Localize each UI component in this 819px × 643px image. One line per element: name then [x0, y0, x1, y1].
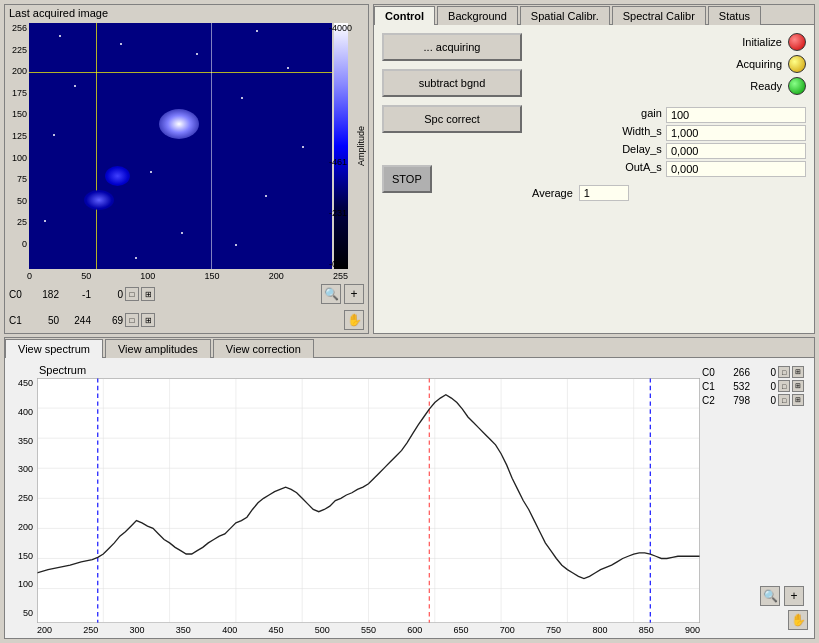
sc0-btn2[interactable]: ⊞: [792, 366, 804, 378]
zoom-spectrum-tool[interactable]: 🔍: [760, 586, 780, 606]
sc2-label: C2: [702, 395, 718, 406]
acquired-image: [29, 23, 332, 269]
channel-c0-row: C0 182 -1 0 □ ⊞ 🔍 +: [5, 281, 368, 307]
acquiring-light: [788, 55, 806, 73]
spectrum-c2-row: C2 798 0 □ ⊞: [702, 394, 808, 406]
tab-background[interactable]: Background: [437, 6, 518, 25]
colorbar: -4000 -461 -231 -0: [334, 23, 352, 269]
c0-label: C0: [9, 289, 27, 300]
acquiring-label: Acquiring: [722, 58, 782, 70]
tab-spectral-calibr[interactable]: Spectral Calibr: [612, 6, 706, 25]
control-panel: Control Background Spatial Calibr. Spect…: [373, 4, 815, 334]
c0-btn1[interactable]: □: [125, 287, 139, 301]
image-panel: Last acquired image 256225200175 1501251…: [4, 4, 369, 334]
sc2-btn1[interactable]: □: [778, 394, 790, 406]
c1-val2: 244: [61, 315, 91, 326]
params-grid: gain 100 Width_s 1,000 Delay_s 0,000 Out…: [532, 107, 806, 177]
average-value: 1: [579, 185, 629, 201]
width-value: 1,000: [666, 125, 806, 141]
sc0-val2: 0: [752, 367, 776, 378]
stop-button[interactable]: STOP: [382, 165, 432, 193]
tab-view-spectrum[interactable]: View spectrum: [5, 339, 103, 358]
spectrum-c1-row: C1 532 0 □ ⊞: [702, 380, 808, 392]
sc1-val2: 0: [752, 381, 776, 392]
channel-c1-row: C1 50 244 69 □ ⊞ ✋: [5, 307, 368, 333]
c1-btn1[interactable]: □: [125, 313, 139, 327]
ready-label: Ready: [722, 80, 782, 92]
spectrum-title: Spectrum: [9, 362, 700, 378]
hand-tool[interactable]: ✋: [344, 310, 364, 330]
average-row: Average 1: [532, 185, 806, 201]
c0-val2: -1: [61, 289, 91, 300]
sc2-val2: 0: [752, 395, 776, 406]
c0-btn2[interactable]: ⊞: [141, 287, 155, 301]
spectrum-area: Spectrum 450400350300 25020015010050: [5, 358, 814, 638]
sc1-val1: 532: [720, 381, 750, 392]
tab-view-correction[interactable]: View correction: [213, 339, 314, 358]
ready-light: [788, 77, 806, 95]
spectrum-chart: [37, 378, 700, 623]
c1-val1: 50: [29, 315, 59, 326]
amplitude-label: Amplitude: [356, 23, 366, 269]
sc1-btn2[interactable]: ⊞: [792, 380, 804, 392]
zoom-tool[interactable]: 🔍: [321, 284, 341, 304]
tab-control[interactable]: Control: [374, 6, 435, 25]
initialize-light: [788, 33, 806, 51]
spc-correct-button[interactable]: Spc correct: [382, 105, 522, 133]
outa-value: 0,000: [666, 161, 806, 177]
c1-val3: 69: [93, 315, 123, 326]
sc2-val1: 798: [720, 395, 750, 406]
c1-btn2[interactable]: ⊞: [141, 313, 155, 327]
delay-label: Delay_s: [532, 143, 662, 159]
sc0-val1: 266: [720, 367, 750, 378]
tab-spatial-calibr[interactable]: Spatial Calibr.: [520, 6, 610, 25]
width-label: Width_s: [532, 125, 662, 141]
bottom-tab-bar: View spectrum View amplitudes View corre…: [5, 338, 814, 358]
x-axis-spectrum: 200250300350400 450500550600650 70075080…: [37, 623, 700, 637]
acquiring-button[interactable]: ... acquiring: [382, 33, 522, 61]
outa-label: OutA_s: [532, 161, 662, 177]
gain-value: 100: [666, 107, 806, 123]
tab-status[interactable]: Status: [708, 6, 761, 25]
tab-view-amplitudes[interactable]: View amplitudes: [105, 339, 211, 358]
delay-value: 0,000: [666, 143, 806, 159]
plus-tool[interactable]: +: [344, 284, 364, 304]
subtract-bgnd-button[interactable]: subtract bgnd: [382, 69, 522, 97]
sc1-label: C1: [702, 381, 718, 392]
x-axis-labels: 050100150200255: [27, 271, 368, 281]
sc0-label: C0: [702, 367, 718, 378]
spectrum-c0-row: C0 266 0 □ ⊞: [702, 366, 808, 378]
bottom-panel: View spectrum View amplitudes View corre…: [4, 337, 815, 639]
sc0-btn1[interactable]: □: [778, 366, 790, 378]
traffic-lights: Initialize Acquiring Ready: [532, 33, 806, 95]
y-axis-labels: 256225200175 15012510075 50250: [7, 23, 29, 269]
c0-val1: 182: [29, 289, 59, 300]
tab-bar: Control Background Spatial Calibr. Spect…: [374, 5, 814, 25]
c1-label: C1: [9, 315, 27, 326]
c0-val3: 0: [93, 289, 123, 300]
average-label: Average: [532, 187, 573, 199]
sc2-btn2[interactable]: ⊞: [792, 394, 804, 406]
plus-spectrum-tool[interactable]: +: [784, 586, 804, 606]
hand-spectrum-tool[interactable]: ✋: [788, 610, 808, 630]
initialize-label: Initialize: [722, 36, 782, 48]
spectrum-channels: C0 266 0 □ ⊞ C1 532 0 □ ⊞ C2 798 0: [700, 362, 810, 634]
image-title: Last acquired image: [5, 5, 368, 21]
sc1-btn1[interactable]: □: [778, 380, 790, 392]
gain-label: gain: [532, 107, 662, 123]
y-axis-spectrum: 450400350300 25020015010050: [9, 378, 37, 634]
